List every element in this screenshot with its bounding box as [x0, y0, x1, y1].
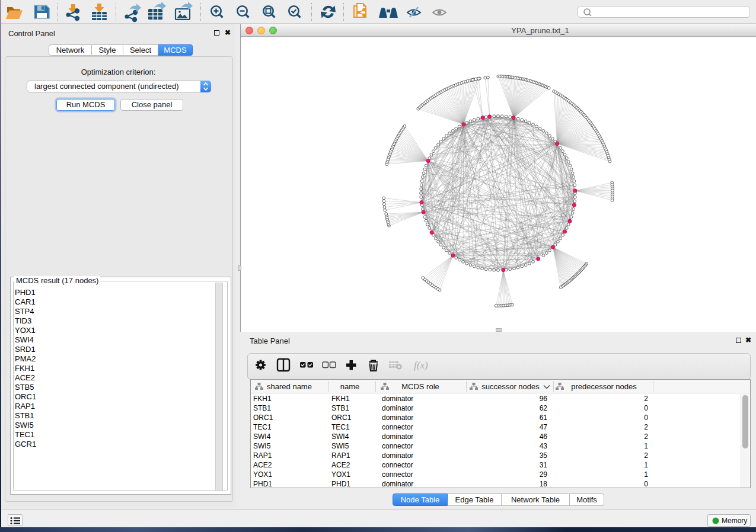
svg-text:f(x): f(x) [414, 360, 428, 371]
